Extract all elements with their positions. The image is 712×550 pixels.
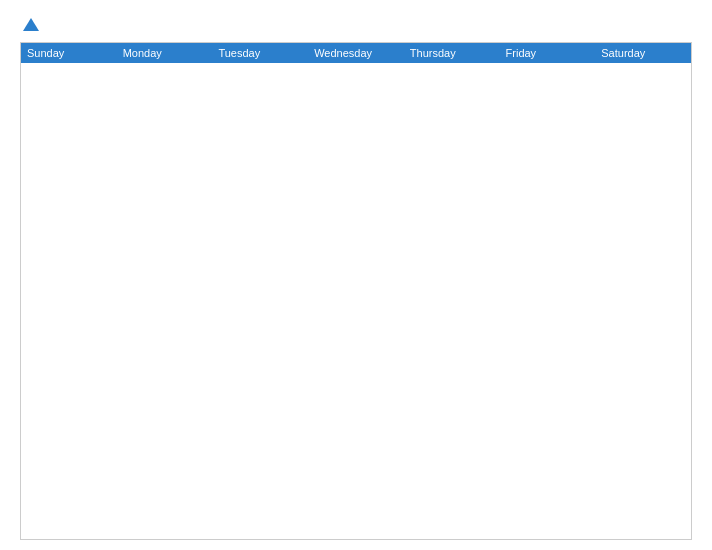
header [20,18,692,32]
day-header-monday: Monday [117,43,213,63]
day-header-wednesday: Wednesday [308,43,404,63]
day-header-friday: Friday [500,43,596,63]
logo-triangle-icon [23,18,39,31]
calendar-page: SundayMondayTuesdayWednesdayThursdayFrid… [0,0,712,550]
day-header-saturday: Saturday [595,43,691,63]
day-header-thursday: Thursday [404,43,500,63]
day-header-tuesday: Tuesday [212,43,308,63]
logo-blue-text [20,18,39,32]
day-headers-row: SundayMondayTuesdayWednesdayThursdayFrid… [21,43,691,63]
logo [20,18,39,32]
day-header-sunday: Sunday [21,43,117,63]
weeks-container [21,63,691,539]
calendar-grid: SundayMondayTuesdayWednesdayThursdayFrid… [20,42,692,540]
